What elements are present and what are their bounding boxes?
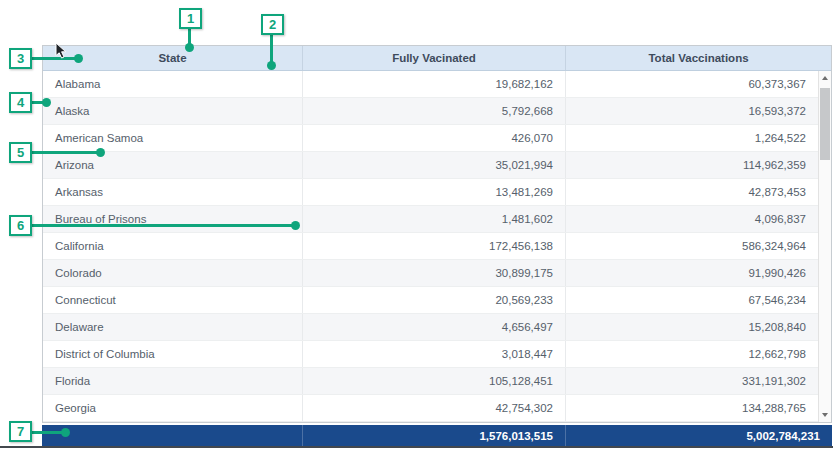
fully-vaccinated-cell: 20,569,233 — [303, 287, 566, 313]
state-cell: Alabama — [43, 71, 303, 97]
callout-7-dot — [61, 428, 70, 437]
callout-1-dot — [185, 43, 194, 52]
state-cell: Bureau of Prisons — [43, 206, 303, 232]
table-row[interactable]: Connecticut 20,569,233 67,546,234 — [43, 287, 818, 314]
fully-vaccinated-cell: 5,792,668 — [303, 98, 566, 124]
callout-4-dot — [42, 98, 51, 107]
total-vaccinations-cell: 114,962,359 — [566, 152, 818, 178]
callout-2: 2 — [261, 14, 284, 35]
fully-vaccinated-cell: 35,021,994 — [303, 152, 566, 178]
table-row[interactable]: Delaware 4,656,497 15,208,840 — [43, 314, 818, 341]
table-row[interactable]: American Samoa 426,070 1,264,522 — [43, 125, 818, 152]
fully-vaccinated-cell: 172,456,138 — [303, 233, 566, 259]
summary-state-cell — [42, 425, 302, 446]
total-vaccinations-cell: 1,264,522 — [566, 125, 818, 151]
callout-2-dot — [267, 61, 276, 70]
mouse-cursor-icon — [55, 42, 68, 60]
table-row[interactable]: Georgia 42,754,302 134,288,765 — [43, 395, 818, 422]
callout-4: 4 — [9, 92, 32, 113]
total-vaccinations-cell: 91,990,426 — [566, 260, 818, 286]
table-row[interactable]: Colorado 30,899,175 91,990,426 — [43, 260, 818, 287]
total-vaccinations-cell: 42,873,453 — [566, 179, 818, 205]
triangle-down-icon — [822, 413, 828, 417]
table-row[interactable]: Arizona 35,021,994 114,962,359 — [43, 152, 818, 179]
table-body: Alabama 19,682,162 60,373,367 Alaska 5,7… — [43, 71, 818, 422]
scroll-up-button[interactable] — [819, 71, 831, 85]
fully-vaccinated-cell: 4,656,497 — [303, 314, 566, 340]
table-row[interactable]: Alaska 5,792,668 16,593,372 — [43, 98, 818, 125]
callout-3-dot — [74, 54, 83, 63]
state-cell: Colorado — [43, 260, 303, 286]
screenshot-root: State Fully Vacinated Total Vaccinations… — [0, 0, 833, 453]
total-vaccinations-cell: 586,324,964 — [566, 233, 818, 259]
table-header-row: State Fully Vacinated Total Vaccinations — [43, 46, 831, 71]
column-header-total-vaccinations[interactable]: Total Vaccinations — [566, 46, 831, 70]
fully-vaccinated-cell: 3,018,447 — [303, 341, 566, 367]
fully-vaccinated-cell: 105,128,451 — [303, 368, 566, 394]
table-row[interactable]: District of Columbia 3,018,447 12,662,79… — [43, 341, 818, 368]
vertical-scrollbar[interactable] — [818, 71, 831, 422]
column-header-fully-vaccinated[interactable]: Fully Vacinated — [303, 46, 566, 70]
fully-vaccinated-cell: 13,481,269 — [303, 179, 566, 205]
bottom-divider — [0, 446, 833, 448]
summary-row: 1,576,013,515 5,002,784,231 — [42, 425, 832, 446]
state-cell: District of Columbia — [43, 341, 303, 367]
total-vaccinations-cell: 60,373,367 — [566, 71, 818, 97]
callout-6-connector — [32, 224, 295, 227]
callout-5-dot — [96, 148, 105, 157]
state-cell: Delaware — [43, 314, 303, 340]
total-vaccinations-cell: 4,096,837 — [566, 206, 818, 232]
total-vaccinations-cell: 16,593,372 — [566, 98, 818, 124]
summary-fully-vaccinated-cell: 1,576,013,515 — [302, 425, 565, 446]
state-cell: Georgia — [43, 395, 303, 421]
state-cell: Alaska — [43, 98, 303, 124]
fully-vaccinated-cell: 426,070 — [303, 125, 566, 151]
total-vaccinations-cell: 12,662,798 — [566, 341, 818, 367]
table-row[interactable]: Florida 105,128,451 331,191,302 — [43, 368, 818, 395]
callout-5-connector — [32, 151, 100, 154]
callout-1: 1 — [179, 8, 202, 29]
callout-3: 3 — [9, 48, 32, 69]
total-vaccinations-cell: 134,288,765 — [566, 395, 818, 421]
callout-6-dot — [291, 221, 300, 230]
table-row[interactable]: Bureau of Prisons 1,481,602 4,096,837 — [43, 206, 818, 233]
callout-6: 6 — [9, 215, 32, 236]
state-cell: Florida — [43, 368, 303, 394]
callout-7: 7 — [9, 421, 32, 442]
summary-total-vaccinations-cell: 5,002,784,231 — [565, 425, 832, 446]
data-table: State Fully Vacinated Total Vaccinations… — [42, 45, 832, 446]
state-cell: Connecticut — [43, 287, 303, 313]
scrollbar-thumb[interactable] — [820, 88, 830, 160]
table-row[interactable]: California 172,456,138 586,324,964 — [43, 233, 818, 260]
state-cell: Arkansas — [43, 179, 303, 205]
fully-vaccinated-cell: 1,481,602 — [303, 206, 566, 232]
triangle-up-icon — [822, 76, 828, 80]
total-vaccinations-cell: 67,546,234 — [566, 287, 818, 313]
fully-vaccinated-cell: 42,754,302 — [303, 395, 566, 421]
state-cell: California — [43, 233, 303, 259]
table-grid: State Fully Vacinated Total Vaccinations… — [42, 45, 832, 423]
state-cell: Arizona — [43, 152, 303, 178]
fully-vaccinated-cell: 19,682,162 — [303, 71, 566, 97]
scroll-down-button[interactable] — [819, 408, 831, 422]
total-vaccinations-cell: 15,208,840 — [566, 314, 818, 340]
total-vaccinations-cell: 331,191,302 — [566, 368, 818, 394]
state-cell: American Samoa — [43, 125, 303, 151]
fully-vaccinated-cell: 30,899,175 — [303, 260, 566, 286]
table-row[interactable]: Alabama 19,682,162 60,373,367 — [43, 71, 818, 98]
table-row[interactable]: Arkansas 13,481,269 42,873,453 — [43, 179, 818, 206]
callout-5: 5 — [9, 142, 32, 163]
